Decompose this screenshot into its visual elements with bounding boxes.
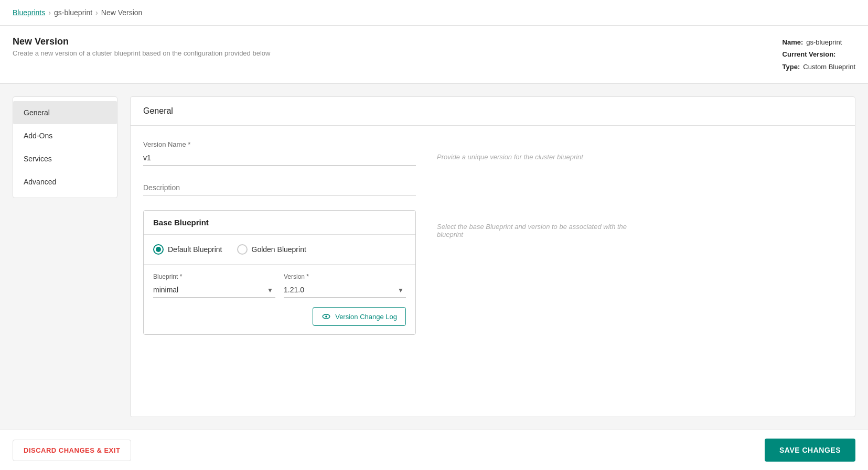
page-description: Create a new version of a cluster bluepr…: [13, 49, 270, 57]
base-blueprint-field: Base Blueprint Default Blueprint Golden …: [143, 210, 416, 335]
blueprint-select-label: Blueprint *: [153, 273, 275, 280]
version-select[interactable]: 1.21.0 1.20.0 1.19.0: [284, 282, 406, 298]
changelog-row: Version Change Log: [144, 303, 415, 334]
meta-type-value: Custom Blueprint: [803, 61, 855, 73]
form-area: Version Name * Provide a unique version …: [131, 126, 855, 364]
description-row: [143, 180, 842, 195]
meta-name-row: Name: gs-blueprint: [783, 36, 855, 48]
radio-golden-circle: [237, 244, 248, 255]
radio-golden-blueprint[interactable]: Golden Blueprint: [237, 244, 306, 255]
blueprint-selects-row: Blueprint * minimal standard advanced ▼: [144, 265, 415, 303]
content-area: General Add-Ons Services Advanced Genera…: [0, 84, 868, 430]
version-select-wrapper: 1.21.0 1.20.0 1.19.0 ▼: [284, 282, 406, 298]
blueprint-radio-row: Default Blueprint Golden Blueprint: [144, 235, 415, 265]
sidebar-item-services[interactable]: Services: [13, 147, 117, 170]
breadcrumb-new-version: New Version: [101, 8, 143, 17]
meta-version-row: Current Version:: [783, 48, 855, 60]
page-header-left: New Version Create a new version of a cl…: [13, 36, 270, 57]
version-name-hint: Provide a unique version for the cluster…: [437, 140, 583, 161]
radio-default-circle: [153, 244, 164, 255]
radio-golden-label: Golden Blueprint: [252, 245, 306, 254]
svg-point-1: [325, 315, 327, 318]
main-panel: General Version Name * Provide a unique …: [130, 96, 855, 417]
breadcrumb-sep2: ›: [95, 8, 98, 17]
sidebar-item-advanced[interactable]: Advanced: [13, 170, 117, 193]
meta-version-label: Current Version:: [783, 48, 836, 60]
breadcrumb-gs-blueprint: gs-blueprint: [54, 8, 92, 17]
version-name-input[interactable]: [143, 150, 416, 166]
description-field: [143, 180, 416, 195]
meta-type-label: Type:: [783, 61, 800, 73]
section-title: General: [131, 97, 855, 126]
version-select-label: Version *: [284, 273, 406, 280]
footer-bar: DISCARD CHANGES & EXIT SAVE CHANGES: [0, 430, 868, 470]
eye-icon: [322, 312, 331, 321]
breadcrumb: Blueprints › gs-blueprint › New Version: [0, 0, 868, 26]
version-name-label: Version Name *: [143, 140, 416, 148]
meta-name-label: Name:: [783, 36, 803, 48]
version-name-row: Version Name * Provide a unique version …: [143, 140, 842, 166]
page-header: New Version Create a new version of a cl…: [0, 26, 868, 84]
sidebar-item-addons[interactable]: Add-Ons: [13, 124, 117, 147]
description-input[interactable]: [143, 180, 416, 195]
discard-button[interactable]: DISCARD CHANGES & EXIT: [13, 440, 131, 461]
page-title: New Version: [13, 36, 270, 47]
base-blueprint-hint: Select the base Blueprint and version to…: [437, 210, 636, 238]
breadcrumb-blueprints-link[interactable]: Blueprints: [13, 8, 45, 17]
page-meta: Name: gs-blueprint Current Version: Type…: [783, 36, 855, 73]
blueprint-select[interactable]: minimal standard advanced: [153, 282, 275, 298]
version-select-group: Version * 1.21.0 1.20.0 1.19.0 ▼: [284, 273, 406, 298]
sidebar-item-general[interactable]: General: [13, 101, 117, 124]
blueprint-select-group: Blueprint * minimal standard advanced ▼: [153, 273, 275, 298]
changelog-btn-label: Version Change Log: [335, 313, 397, 321]
radio-default-blueprint[interactable]: Default Blueprint: [153, 244, 222, 255]
base-blueprint-title: Base Blueprint: [144, 211, 415, 235]
save-button[interactable]: SAVE CHANGES: [765, 439, 855, 462]
changelog-button[interactable]: Version Change Log: [313, 307, 406, 326]
radio-default-label: Default Blueprint: [168, 245, 222, 254]
sidebar: General Add-Ons Services Advanced: [13, 96, 117, 198]
meta-name-value: gs-blueprint: [806, 36, 842, 48]
base-blueprint-row: Base Blueprint Default Blueprint Golden …: [143, 210, 842, 335]
version-name-field: Version Name *: [143, 140, 416, 166]
base-blueprint-box: Base Blueprint Default Blueprint Golden …: [143, 210, 416, 335]
blueprint-select-wrapper: minimal standard advanced ▼: [153, 282, 275, 298]
breadcrumb-sep1: ›: [48, 8, 51, 17]
meta-type-row: Type: Custom Blueprint: [783, 61, 855, 73]
